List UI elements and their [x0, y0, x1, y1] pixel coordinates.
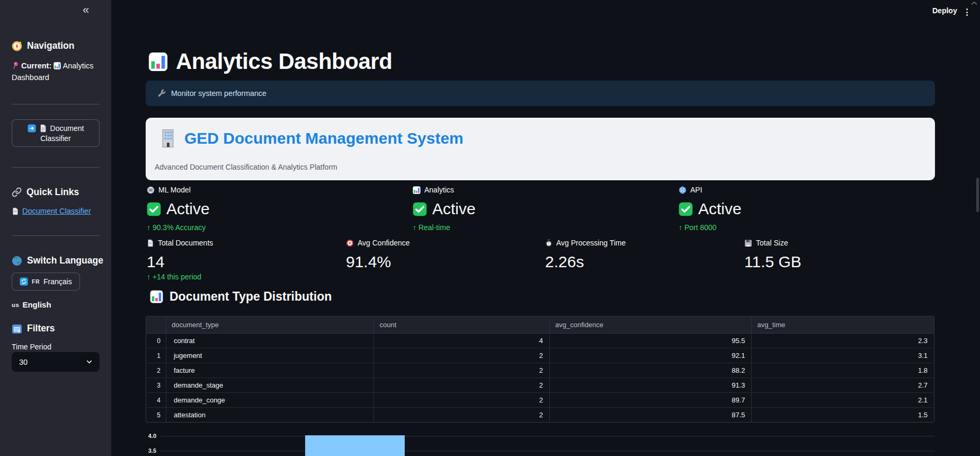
status-value: Active: [166, 200, 210, 218]
cell-avg-time: 1.8: [752, 363, 934, 378]
check-icon: [679, 202, 693, 216]
cell-document-type: jugement: [166, 348, 374, 363]
column-header: avg_confidence: [550, 317, 752, 333]
hero-card: GED Document Management System Advanced …: [146, 118, 935, 180]
time-period-label: Time Period: [12, 343, 51, 351]
filters-heading: Filters: [12, 323, 55, 334]
page-scrollbar-thumb[interactable]: [976, 178, 979, 212]
pin-icon: [12, 62, 19, 69]
row-index: 2: [146, 363, 166, 378]
hero-title: GED Document Management System: [159, 129, 464, 148]
sidebar-divider: [12, 235, 100, 236]
row-index: 0: [146, 334, 166, 348]
column-header: count: [374, 317, 550, 333]
cell-avg-time: 3.1: [752, 348, 934, 363]
metric-value: 91.4%: [346, 253, 391, 271]
column-header: document_type: [166, 317, 374, 333]
bar-chart-icon: [413, 186, 421, 194]
switch-to-french-button[interactable]: FR Français: [12, 273, 80, 291]
bar-chart-icon: [150, 290, 163, 303]
cell-avg-confidence: 91.3: [550, 378, 752, 392]
french-flag: FR: [32, 278, 40, 285]
refresh-icon: [20, 277, 28, 286]
hero-subtitle: Advanced Document Classification & Analy…: [155, 163, 337, 171]
document-type-table[interactable]: document_type count avg_confidence avg_t…: [146, 316, 934, 423]
calendar-icon: [12, 323, 22, 334]
robot-icon: [147, 186, 155, 194]
arrow-right-icon: [28, 124, 36, 133]
y-axis-tick-4: 4.0: [138, 433, 156, 439]
metric-label: Total Size: [756, 239, 788, 247]
language-heading: Switch Language: [12, 255, 103, 266]
page-title-text: Analytics Dashboard: [176, 49, 392, 74]
cell-count: 2: [374, 348, 550, 363]
cell-avg-confidence: 87.5: [550, 408, 752, 422]
row-index: 1: [146, 348, 166, 363]
current-label: Current:: [21, 62, 51, 70]
floppy-disk-icon: [744, 239, 752, 247]
document-classifier-button[interactable]: Document Classifier: [12, 119, 100, 147]
classifier-button-label-2: Classifier: [40, 134, 71, 143]
quick-link-document-classifier[interactable]: Document Classifier: [12, 207, 91, 215]
check-icon: [413, 202, 427, 216]
metric-value: 11.5 GB: [744, 253, 801, 271]
current-language: us English: [12, 300, 51, 309]
cell-count: 2: [374, 393, 550, 407]
sidebar-divider: [12, 104, 100, 104]
cell-avg-time: 1.5: [752, 408, 934, 422]
info-banner: Monitor system performance: [146, 81, 935, 106]
status-delta: ↑ Real-time: [413, 223, 450, 232]
cell-document-type: contrat: [166, 334, 374, 348]
building-icon: [159, 129, 177, 148]
cell-document-type: demande_conge: [166, 393, 374, 407]
metric-label: Total Documents: [158, 239, 213, 247]
document-icon: [12, 207, 19, 215]
metric-value: 2.26s: [545, 253, 584, 271]
chevron-up-icon[interactable]: [971, 1, 977, 5]
status-label: ML Model: [158, 186, 191, 194]
status-delta: ↑ Port 8000: [679, 223, 717, 232]
cell-count: 2: [374, 408, 550, 422]
status-delta: ↑ 90.3% Accuracy: [147, 223, 206, 232]
classifier-button-label-1: Document: [50, 124, 84, 133]
compass-icon: [12, 41, 22, 51]
bar-chart-icon: [148, 52, 168, 72]
cell-avg-time: 2.1: [752, 393, 934, 407]
us-flag: us: [12, 302, 19, 308]
table-row: 1 jugement 2 92.1 3.1: [146, 348, 934, 363]
current-language-label: English: [22, 300, 51, 309]
status-value: Active: [432, 200, 476, 218]
deploy-button[interactable]: Deploy: [932, 6, 957, 15]
cell-count: 2: [374, 363, 550, 378]
status-label: API: [690, 186, 702, 194]
section-heading: Document Type Distribution: [150, 290, 332, 304]
cell-avg-confidence: 89.7: [550, 393, 752, 407]
language-heading-label: Switch Language: [27, 255, 103, 266]
gridline: [161, 451, 935, 451]
row-index: 3: [146, 378, 166, 392]
table-row: 3 demande_stage 2 91.3 2.7: [146, 378, 934, 393]
status-label: Analytics: [424, 186, 454, 194]
kebab-menu-icon[interactable]: [963, 7, 970, 17]
globe-meridians-icon: [679, 186, 687, 194]
cell-document-type: facture: [166, 363, 374, 378]
table-row: 2 facture 2 88.2 1.8: [146, 363, 934, 378]
hero-title-text: GED Document Management System: [184, 129, 464, 147]
table-row: 4 demande_conge 2 89.7 2.1: [146, 393, 934, 408]
page-title: Analytics Dashboard: [148, 49, 392, 74]
time-period-select[interactable]: 30: [12, 352, 100, 372]
chart-bar: [305, 435, 405, 456]
index-column-header: [146, 317, 166, 333]
cell-document-type: attestation: [166, 408, 374, 422]
cell-count: 2: [374, 378, 550, 392]
sidebar-collapse-icon[interactable]: «: [83, 3, 88, 17]
table-row: 0 contrat 4 95.5 2.3: [146, 334, 934, 348]
table-row: 5 attestation 2 87.5 1.5: [146, 408, 934, 423]
metric-label: Avg Processing Time: [556, 239, 626, 247]
gridline: [161, 436, 935, 436]
cell-avg-time: 2.3: [752, 334, 934, 348]
bar-chart-icon: [54, 62, 61, 69]
document-icon: [147, 239, 154, 247]
y-axis-tick-3-5: 3.5: [138, 448, 156, 454]
chevron-down-icon: [85, 358, 93, 366]
